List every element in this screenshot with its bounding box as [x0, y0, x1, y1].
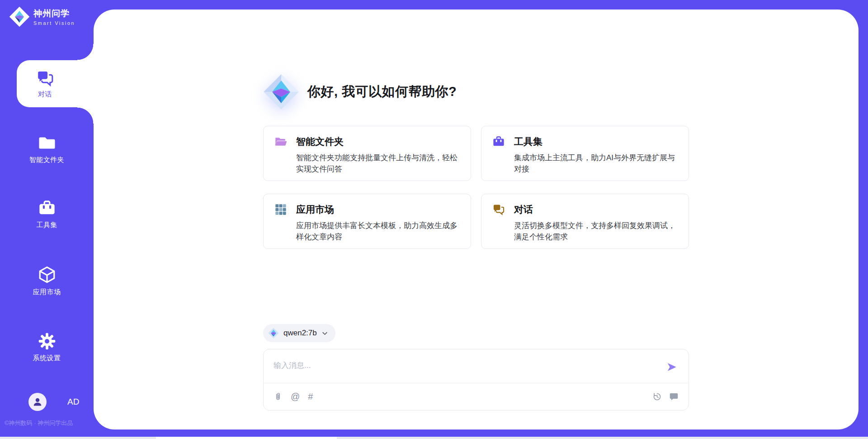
folder-open-icon	[274, 135, 287, 148]
chat-icon	[36, 69, 54, 87]
greeting-text: 你好, 我可以如何帮助你?	[307, 83, 457, 101]
card-toolset[interactable]: 工具集 集成市场上主流工具，助力AI与外界无缝扩展与对接	[481, 126, 689, 181]
send-icon[interactable]	[666, 361, 678, 373]
card-description: 智能文件夹功能支持批量文件上传与清洗，轻松实现文件问答	[296, 152, 460, 175]
sidebar-item-label: 工具集	[36, 221, 57, 229]
sidebar-item-toolset[interactable]: 工具集	[0, 199, 94, 229]
paperclip-icon[interactable]	[274, 392, 283, 401]
main-panel: 你好, 我可以如何帮助你? 智能文件夹 智能文件夹功能支持批量文件上传与清洗，轻…	[94, 10, 859, 429]
sidebar-item-label: 智能文件夹	[29, 156, 65, 164]
sidebar-item-label: 应用市场	[33, 288, 61, 296]
composer: @ #	[263, 349, 689, 410]
sidebar-item-label: 系统设置	[33, 354, 61, 363]
chat-bubble-icon[interactable]	[669, 392, 679, 401]
brand-name: 神州问学	[33, 8, 75, 19]
model-name: qwen2:7b	[283, 329, 317, 338]
avatar	[28, 393, 47, 411]
gear-icon	[38, 332, 56, 350]
horizontal-scrollbar[interactable]	[0, 437, 868, 439]
sidebar-item-settings[interactable]: 系统设置	[0, 332, 94, 363]
chevron-down-icon	[321, 330, 328, 337]
composer-toolbar: @ #	[264, 383, 689, 410]
cube-icon	[38, 265, 57, 284]
model-selector[interactable]: qwen2:7b	[263, 324, 335, 342]
chat-icon	[492, 203, 505, 216]
card-description: 应用市场提供丰富长文本模板，助力高效生成多样化文章内容	[296, 220, 460, 243]
sidebar-item-chat[interactable]: 对话	[17, 60, 94, 107]
card-chat[interactable]: 对话 灵活切换多模型文件，支持多样回复效果调试，满足个性化需求	[481, 194, 689, 249]
sidebar-item-label: 对话	[38, 90, 52, 99]
card-app-market[interactable]: 应用市场 应用市场提供丰富长文本模板，助力高效生成多样化文章内容	[263, 194, 471, 249]
user-name: AD	[67, 397, 79, 407]
sidebar-footer: ©神州数码 · 神州问学出品	[5, 419, 93, 427]
card-title: 智能文件夹	[296, 135, 344, 148]
hash-icon[interactable]: #	[308, 392, 313, 401]
toolbox-icon	[492, 135, 505, 148]
grid-icon	[274, 203, 287, 216]
sidebar-item-app-market[interactable]: 应用市场	[0, 265, 94, 296]
greeting: 你好, 我可以如何帮助你?	[263, 74, 457, 110]
brand-diamond-icon	[263, 74, 299, 110]
brand-diamond-icon	[9, 6, 30, 27]
history-icon[interactable]	[652, 392, 662, 401]
card-title: 对话	[514, 203, 533, 216]
sidebar: 神州问学 Smart Vision 对话 智能文件夹	[0, 0, 94, 439]
user-profile[interactable]: AD	[28, 393, 79, 411]
card-description: 集成市场上主流工具，助力AI与外界无缝扩展与对接	[514, 152, 678, 175]
brand-subtitle: Smart Vision	[33, 20, 75, 26]
card-title: 应用市场	[296, 203, 334, 216]
toolbox-icon	[38, 199, 56, 217]
scrollbar-thumb[interactable]	[156, 437, 337, 439]
brand: 神州问学 Smart Vision	[9, 6, 75, 27]
feature-cards: 智能文件夹 智能文件夹功能支持批量文件上传与清洗，轻松实现文件问答 工具集	[263, 126, 689, 249]
person-icon	[32, 396, 43, 407]
card-description: 灵活切换多模型文件，支持多样回复效果调试，满足个性化需求	[514, 220, 678, 243]
at-icon[interactable]: @	[291, 392, 300, 401]
sidebar-item-smart-folder[interactable]: 智能文件夹	[0, 134, 94, 164]
message-input[interactable]	[274, 358, 657, 374]
card-title: 工具集	[514, 135, 542, 148]
folder-icon	[38, 134, 56, 152]
brand-diamond-icon	[268, 328, 279, 339]
card-smart-folder[interactable]: 智能文件夹 智能文件夹功能支持批量文件上传与清洗，轻松实现文件问答	[263, 126, 471, 181]
